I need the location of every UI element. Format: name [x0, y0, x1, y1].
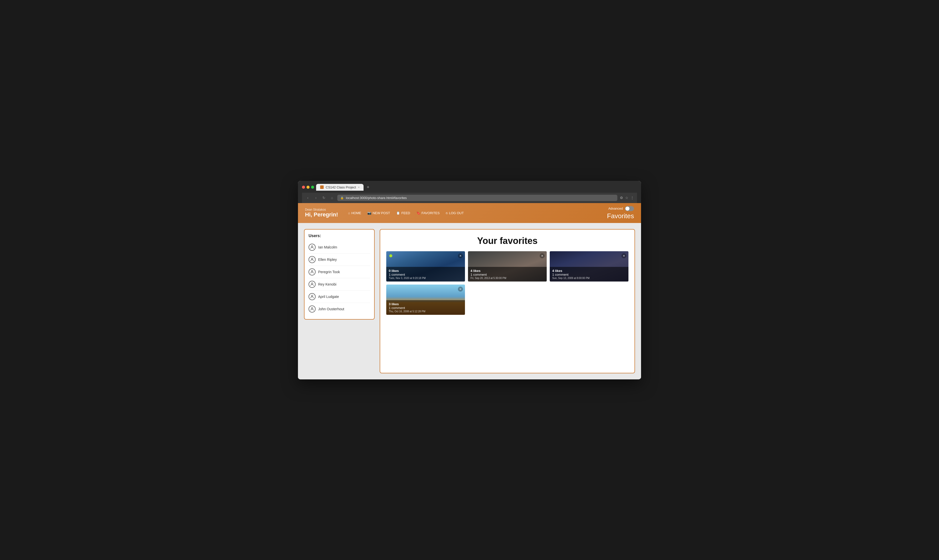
browser-toolbar: ‹ › ↻ ⌂ 🔒 localhost:3000/photo-share.htm…	[302, 193, 637, 203]
photo-date-jurassic: Sun, Sep 13, 2009 at 8:00:00 PM	[552, 277, 626, 280]
forward-button[interactable]: ›	[313, 196, 319, 200]
nav-home[interactable]: ⌂ HOME	[348, 211, 361, 215]
greeting: Hi, Peregrin!	[305, 211, 338, 218]
users-list: Ian Malcolm Ellen Ripley Peregrin Took	[309, 241, 370, 315]
user-item[interactable]: Ellen Ripley	[309, 254, 370, 266]
photo-comments-jurassic: 1 comment	[552, 273, 626, 277]
page-title: Favorites	[607, 212, 634, 220]
photo-overlay-jurassic: 4 likes 1 comment Sun, Sep 13, 2009 at 8…	[550, 267, 628, 282]
header-user: Dean Stratakos Hi, Peregrin!	[305, 208, 338, 218]
app-header: Dean Stratakos Hi, Peregrin! ⌂ HOME 📷 NE…	[298, 203, 641, 223]
photos-grid: 0 likes 1 comment Tues, Nov 3, 2020 at 9…	[386, 251, 628, 315]
photo-overlay-sandcrawler: 3 likes 1 comment Thu, Oct 16, 2008 at 5…	[386, 300, 465, 315]
maximize-button[interactable]	[311, 186, 314, 189]
tab-favicon	[320, 185, 324, 189]
tab-close-button[interactable]: ×	[358, 186, 360, 189]
photo-overlay-alien: 4 likes 1 comment Fri, Sep 20, 2013 at 5…	[468, 267, 547, 282]
traffic-lights	[302, 186, 314, 189]
photo-remove-tennis[interactable]: ×	[458, 253, 463, 258]
photo-likes-alien: 4 likes	[471, 269, 544, 273]
user-item[interactable]: April Ludgate	[309, 291, 370, 303]
browser-window: CS142 Class Project × + ‹ › ↻ ⌂ 🔒 localh…	[298, 181, 641, 379]
photo-remove-alien[interactable]: ×	[540, 253, 545, 258]
logout-icon: ⎋	[446, 211, 448, 215]
user-item[interactable]: Ian Malcolm	[309, 241, 370, 254]
menu-icon[interactable]: ⋮	[630, 196, 634, 200]
user-name: Rey Kenobi	[318, 282, 336, 286]
photo-date-sandcrawler: Thu, Oct 16, 2008 at 5:12:28 PM	[389, 310, 462, 313]
address-text: localhost:3000/photo-share.html#favorite…	[346, 196, 407, 200]
main-nav: ⌂ HOME 📷 NEW POST 📋 FEED 🔖 FAVORITES ⎋ L…	[348, 211, 464, 215]
extensions-icon[interactable]: ⚙	[620, 196, 623, 200]
tennis-ball	[389, 254, 392, 257]
user-avatar-icon	[309, 244, 316, 251]
users-title: Users:	[309, 234, 370, 238]
bookmark-nav-icon: 🔖	[416, 211, 420, 215]
svg-point-3	[311, 283, 313, 284]
user-item[interactable]: Rey Kenobi	[309, 278, 370, 291]
user-name: April Ludgate	[318, 295, 339, 298]
minimize-button[interactable]	[306, 186, 309, 189]
app-body: Users: Ian Malcolm Ellen Ripley	[298, 223, 641, 379]
photo-comments-tennis: 1 comment	[389, 273, 462, 277]
toolbar-actions: ⚙ ☆ ⋮	[620, 196, 634, 200]
svg-point-4	[311, 295, 313, 297]
home-icon: ⌂	[348, 211, 350, 215]
user-name: Ian Malcolm	[318, 245, 337, 249]
back-button[interactable]: ‹	[305, 196, 311, 200]
photo-overlay-tennis: 0 likes 1 comment Tues, Nov 3, 2020 at 9…	[386, 267, 465, 282]
camera-icon: 📷	[367, 211, 371, 215]
nav-logout[interactable]: ⎋ LOG OUT	[446, 211, 464, 215]
svg-point-0	[311, 246, 313, 247]
user-item[interactable]: John Ousterhout	[309, 303, 370, 315]
photo-likes-jurassic: 4 likes	[552, 269, 626, 273]
svg-point-5	[311, 308, 313, 309]
address-bar[interactable]: 🔒 localhost:3000/photo-share.html#favori…	[337, 195, 617, 201]
photo-card-sandcrawler[interactable]: 3 likes 1 comment Thu, Oct 16, 2008 at 5…	[386, 285, 465, 315]
advanced-section: Advanced	[608, 206, 634, 211]
user-full-name: Dean Stratakos	[305, 208, 338, 211]
photo-likes-tennis: 0 likes	[389, 269, 462, 273]
nav-favorites[interactable]: 🔖 FAVORITES	[416, 211, 440, 215]
nav-feed[interactable]: 📋 FEED	[396, 211, 410, 215]
svg-point-1	[311, 258, 313, 260]
nav-new-post[interactable]: 📷 NEW POST	[367, 211, 390, 215]
refresh-button[interactable]: ↻	[321, 196, 327, 200]
close-button[interactable]	[302, 186, 305, 189]
photo-date-alien: Fri, Sep 20, 2013 at 5:30:00 PM	[471, 277, 544, 280]
photo-card-jurassic[interactable]: 4 likes 1 comment Sun, Sep 13, 2009 at 8…	[550, 251, 628, 282]
tabs-bar: CS142 Class Project × +	[302, 184, 637, 191]
lock-icon: 🔒	[340, 196, 344, 200]
user-name: Peregrin Took	[318, 270, 340, 274]
photo-date-tennis: Tues, Nov 3, 2020 at 9:20:18 PM	[389, 277, 462, 280]
user-avatar-icon	[309, 293, 316, 300]
user-item[interactable]: Peregrin Took	[309, 266, 370, 278]
photo-comments-alien: 1 comment	[471, 273, 544, 277]
active-tab[interactable]: CS142 Class Project ×	[316, 184, 363, 191]
user-name: Ellen Ripley	[318, 258, 337, 262]
favorites-panel: Your favorites 0 likes 1 comment Tues, N…	[380, 229, 635, 373]
feed-icon: 📋	[396, 211, 400, 215]
photo-card-tennis[interactable]: 0 likes 1 comment Tues, Nov 3, 2020 at 9…	[386, 251, 465, 282]
advanced-label: Advanced	[608, 206, 623, 211]
new-tab-button[interactable]: +	[366, 185, 370, 190]
user-avatar-icon	[309, 281, 316, 288]
browser-chrome: CS142 Class Project × + ‹ › ↻ ⌂ 🔒 localh…	[298, 181, 641, 203]
user-avatar-icon	[309, 306, 316, 312]
header-right: Advanced Favorites	[607, 206, 634, 220]
photo-remove-jurassic[interactable]: ×	[621, 253, 627, 258]
photo-comments-sandcrawler: 1 comment	[389, 306, 462, 310]
tab-title: CS142 Class Project	[326, 185, 356, 189]
favorites-title: Your favorites	[386, 235, 628, 246]
photo-likes-sandcrawler: 3 likes	[389, 302, 462, 306]
home-button[interactable]: ⌂	[329, 196, 335, 200]
user-avatar-icon	[309, 268, 316, 275]
svg-point-2	[311, 271, 313, 272]
photo-remove-sandcrawler[interactable]: ×	[458, 286, 463, 292]
user-avatar-icon	[309, 256, 316, 263]
photo-card-alien[interactable]: 4 likes 1 comment Fri, Sep 20, 2013 at 5…	[468, 251, 547, 282]
bookmark-icon[interactable]: ☆	[625, 196, 628, 200]
users-panel: Users: Ian Malcolm Ellen Ripley	[304, 229, 375, 320]
advanced-toggle[interactable]	[625, 206, 634, 211]
user-name: John Ousterhout	[318, 307, 344, 311]
